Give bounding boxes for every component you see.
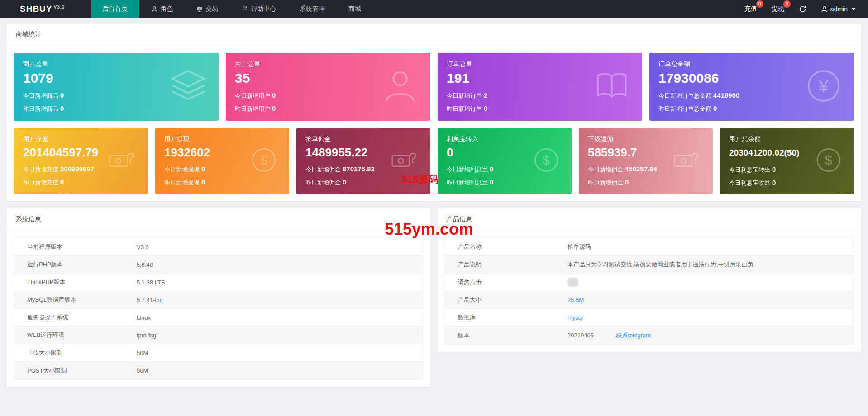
nav-item-label: 商城 [348,5,361,13]
yen-circle-icon: ¥ [804,66,843,107]
username: admin [830,5,848,13]
table-row: 运行PHP版本 5.6.40 [14,256,423,274]
admin-menu[interactable]: admin [821,5,855,13]
svg-text:?: ? [127,150,134,166]
stats-row-2: 用户充值 201404597.79 今日新增充值200999997 昨日新增充值… [14,128,854,194]
table-row: 产品大小 25.5M [445,291,854,309]
dollar-circle-icon: $ [249,146,278,176]
table-row: 服务器操作系统 Linux [14,309,423,326]
nav-item-dashboard[interactable]: 后台首页 [91,0,139,18]
scale-icon [196,6,203,12]
stat-card-user-withdraw: 用户提现 1932602 今日新增提现0 昨日新增提现0 $ [155,128,289,194]
stat-card-users: 用户总量 35 今日新增用户0 昨日新增用户0 [226,53,430,121]
table-row: 上传大小限制 50M [14,344,423,362]
database-link[interactable]: mysql [568,314,583,321]
product-info-title: 产品信息 [438,208,861,231]
withdraw-badge: 0 [783,0,791,8]
nav-item-mall[interactable]: 商城 [337,0,373,18]
bottom-section: 系统信息 当前程序版本 V3.0 运行PHP版本 5.6.40 ThinkPHP… [7,208,861,387]
book-icon [592,66,631,107]
refresh-icon [799,5,806,13]
nav-item-label: 角色 [160,5,173,13]
bill-question-icon: ? [391,146,420,176]
table-row: POST大小限制 50M [14,362,423,379]
dollar-circle-icon: $ [814,146,843,176]
nav-item-system[interactable]: 系统管理 [288,0,337,18]
stats-panel: 商城统计 商品总量 1079 今日新增商品0 昨日新增商品0 用户总量 35 今… [7,24,861,201]
table-row: 当前程序版本 V3.0 [14,238,423,256]
layers-icon [169,66,208,107]
recharge-label: 充值 [744,5,757,13]
system-info-panel: 系统信息 当前程序版本 V3.0 运行PHP版本 5.6.40 ThinkPHP… [7,208,430,387]
stats-panel-title: 商城统计 [7,24,861,46]
svg-text:?: ? [692,150,699,166]
recharge-button[interactable]: 充值 0 [744,5,757,13]
table-row: MySQL数据库版本 5.7.41-log [14,291,423,309]
stat-card-interest-in: 利息宝转入 0 今日新增利息宝0 昨日新增利息宝0 $ [438,128,572,194]
logo-version: V3.0 [54,5,65,9]
blurred-icon [568,278,578,287]
stat-card-sub-rebate: 下级返佣 585939.7 今日新增佣金450257.84 昨日新增佣金0 ? [579,128,713,194]
nav-item-roles[interactable]: 角色 [139,0,185,18]
chevron-down-icon [852,8,855,10]
svg-text:?: ? [409,150,417,166]
main-content: 商城统计 商品总量 1079 今日新增商品0 昨日新增商品0 用户总量 35 今… [0,18,868,392]
stat-card-order-amount: 订单总金额 17930086 今日新增订单总金额4418900 昨日新增订单总金… [649,53,854,121]
recharge-badge: 0 [756,0,763,8]
table-row: 数据库 mysql [445,309,854,326]
user-icon [381,66,420,107]
table-row: 产品说明 本产品只为学习测试交流,请勿要做商业或者用于违法行为,一切后果自负 [445,256,854,274]
table-row: ThinkPHP版本 5.1.38 LTS [14,274,423,291]
nav-item-label: 交易 [205,5,218,13]
stat-card-user-recharge: 用户充值 201404597.79 今日新增充值200999997 昨日新增充值… [14,128,148,194]
table-row: 产品名称 抢单源码 [445,238,854,256]
main-nav: 后台首页 角色 交易 帮助中心 系统管理 商城 [91,0,373,18]
stats-row-1: 商品总量 1079 今日新增商品0 昨日新增商品0 用户总量 35 今日新增用户… [14,53,854,121]
bill-question-icon: ? [108,146,137,176]
withdraw-button[interactable]: 提现 0 [772,5,784,13]
refresh-button[interactable] [799,5,806,13]
system-info-table: 当前程序版本 V3.0 运行PHP版本 5.6.40 ThinkPHP版本 5.… [14,238,423,380]
bill-question-icon: ? [673,146,702,176]
product-info-table: 产品名称 抢单源码 产品说明 本产品只为学习测试交流,请勿要做商业或者用于违法行… [445,238,854,345]
svg-text:¥: ¥ [818,76,829,96]
nav-item-label: 系统管理 [300,5,325,13]
top-navbar: SHBUY V3.0 后台首页 角色 交易 帮助中心 系统管理 [0,0,868,18]
nav-item-label: 帮助中心 [251,5,276,13]
logo-text: SHBUY [20,4,52,14]
table-row: WEB运行环境 fpm-fcgi [14,326,423,344]
user-icon [151,6,157,12]
navbar-right: 充值 0 提现 0 admin [744,0,868,18]
withdraw-label: 提现 [772,5,784,13]
logo: SHBUY V3.0 [0,0,91,18]
stat-card-user-balance: 用户总余额 203041200.02(50) 今日利息宝转出0 今日利息宝收益0… [720,128,854,194]
svg-text:$: $ [543,153,550,167]
nav-item-label: 后台首页 [102,5,128,13]
table-row: 版本 20210406 联系telegram [445,326,854,344]
stat-card-orders: 订单总量 191 今日新增订单2 昨日新增订单0 [438,53,642,121]
nav-item-help-center[interactable]: 帮助中心 [230,0,288,18]
svg-text:$: $ [260,153,267,167]
stat-card-products: 商品总量 1079 今日新增商品0 昨日新增商品0 [14,53,219,121]
dollar-circle-icon: $ [532,146,561,176]
product-info-panel: 产品信息 产品名称 抢单源码 产品说明 本产品只为学习测试交流,请勿要做商业或者… [438,208,861,352]
nav-item-trade[interactable]: 交易 [185,0,230,18]
stat-card-order-commission: 抢单佣金 1489955.22 今日新增佣金870175.82 昨日新增佣金0 … [296,128,430,194]
svg-text:$: $ [825,153,832,167]
flag-icon [242,6,248,12]
product-size-link[interactable]: 25.5M [568,297,584,303]
version-value: 20210406 [568,332,594,339]
table-row: 请勿点击 [445,274,854,291]
system-info-title: 系统信息 [7,208,430,231]
user-icon [821,6,828,13]
telegram-link[interactable]: 联系telegram [616,332,651,339]
